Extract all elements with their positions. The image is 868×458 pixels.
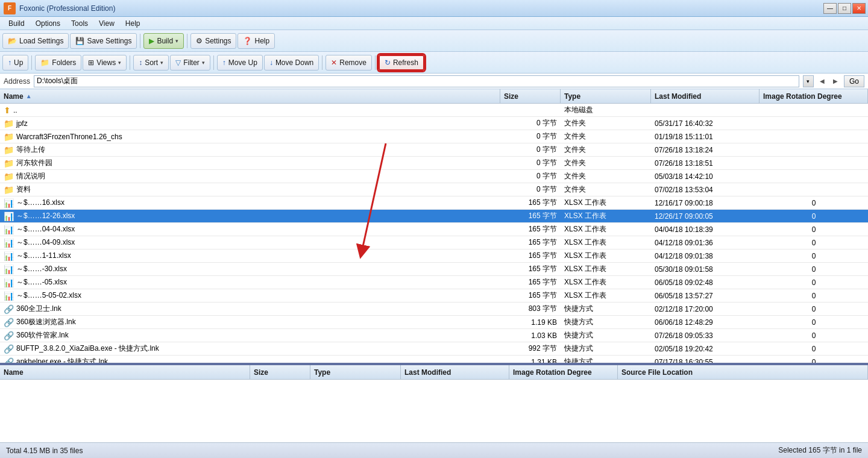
file-row[interactable]: 📊～$……04-04.xlsx165 字节XLSX 工作表04/04/18 10… xyxy=(0,223,868,236)
address-input[interactable] xyxy=(34,75,799,87)
bottom-list xyxy=(0,380,868,442)
file-cell-rotation: 0 xyxy=(760,210,868,222)
file-cell-type: XLSX 工作表 xyxy=(561,236,651,249)
minimize-button[interactable]: — xyxy=(823,3,837,14)
shortcut-icon: 🔗 xyxy=(4,318,14,327)
file-cell-modified: 04/12/18 09:01:38 xyxy=(651,249,760,262)
file-cell-type: XLSX 工作表 xyxy=(561,249,651,262)
file-row[interactable]: 📊～$……04-09.xlsx165 字节XLSX 工作表04/12/18 09… xyxy=(0,236,868,249)
bottom-panel: Name Size Type Last Modified Image Rotat… xyxy=(0,364,868,442)
file-row[interactable]: 📊～$……-05.xlsx165 字节XLSX 工作表06/05/18 09:0… xyxy=(0,276,868,289)
settings-icon: ⚙ xyxy=(196,37,203,45)
up-button[interactable]: ↑ Up xyxy=(2,55,28,71)
views-button[interactable]: ⊞ Views ▾ xyxy=(83,55,127,71)
file-cell-size: 165 字节 xyxy=(500,276,561,289)
move-up-button[interactable]: ↑ Move Up xyxy=(217,55,263,71)
file-cell-modified: 07/26/18 13:18:51 xyxy=(651,157,760,169)
folder-icon: 📁 xyxy=(4,132,14,142)
remove-icon: ✕ xyxy=(331,58,337,67)
file-row[interactable]: 📁资料0 字节文件夹07/02/18 13:53:04 xyxy=(0,183,868,196)
views-icon: ⊞ xyxy=(88,58,94,67)
excel-icon: 📊 xyxy=(4,291,14,301)
file-cell-size: 165 字节 xyxy=(500,249,561,262)
toolbar2-separator1 xyxy=(31,55,32,70)
menu-tools[interactable]: Tools xyxy=(66,18,93,29)
load-settings-button[interactable]: 📂 Load Settings xyxy=(2,33,69,49)
file-cell-name: 📊～$……04-04.xlsx xyxy=(0,223,500,236)
file-cell-modified: 04/12/18 09:01:36 xyxy=(651,236,760,249)
file-row[interactable]: 📊～$……1-11.xlsx165 字节XLSX 工作表04/12/18 09:… xyxy=(0,249,868,263)
file-cell-size: 0 字节 xyxy=(500,117,561,130)
file-row[interactable]: 📊～$……-30.xlsx165 字节XLSX 工作表05/30/18 09:0… xyxy=(0,263,868,276)
file-cell-rotation: 0 xyxy=(760,329,868,342)
build-button[interactable]: ▶ Build ▾ xyxy=(143,33,184,49)
file-cell-modified: 06/05/18 13:57:27 xyxy=(651,289,760,302)
file-cell-rotation: 0 xyxy=(760,196,868,209)
folder-icon: 📁 xyxy=(4,145,14,155)
sort-button[interactable]: ↕ Sort ▾ xyxy=(133,55,169,71)
file-row[interactable]: ⬆..本地磁盘 xyxy=(0,104,868,117)
file-row[interactable]: 📁情况说明0 字节文件夹05/03/18 14:42:10 xyxy=(0,170,868,183)
file-row[interactable]: 📁等待上传0 字节文件夹07/26/18 13:18:24 xyxy=(0,143,868,157)
shortcut-icon: 🔗 xyxy=(4,331,14,340)
filter-button[interactable]: ▽ Filter ▾ xyxy=(170,55,210,71)
address-side-left[interactable]: ◀ xyxy=(817,77,827,86)
folders-button[interactable]: 📁 Folders xyxy=(35,55,81,71)
file-row[interactable]: 📁Warcraft3FrozenThrone1.26_chs0 字节文件夹01/… xyxy=(0,130,868,143)
close-button[interactable]: ✕ xyxy=(852,3,866,14)
file-row[interactable]: 🔗360软件管家.lnk1.03 KB快捷方式07/26/18 09:05:33… xyxy=(0,329,868,342)
file-cell-type: 文件夹 xyxy=(561,130,651,143)
file-cell-type: 快捷方式 xyxy=(561,329,651,342)
move-down-button[interactable]: ↓ Move Down xyxy=(264,55,319,71)
file-cell-rotation: 0 xyxy=(760,303,868,315)
file-row[interactable]: 🔗apkhelper.exe - 快捷方式.lnk1.31 KB快捷方式07/1… xyxy=(0,356,868,363)
file-row[interactable]: 📁jpfz0 字节文件夹05/31/17 16:40:32 xyxy=(0,117,868,130)
menu-view[interactable]: View xyxy=(94,18,119,29)
file-row[interactable]: 🔗8UFTP_3.8.2.0_XiaZaiBa.exe - 快捷方式.lnk99… xyxy=(0,342,868,356)
title-bar: F Foxonic (Professional Edition) — □ ✕ xyxy=(0,0,868,17)
file-row[interactable]: 📊～$……5-05-02.xlsx165 字节XLSX 工作表06/05/18 … xyxy=(0,289,868,303)
folders-icon: 📁 xyxy=(40,58,49,67)
toolbar1-separator1 xyxy=(140,34,140,48)
go-button[interactable]: Go xyxy=(844,75,864,87)
file-cell-rotation xyxy=(760,143,868,156)
shortcut-icon: 🔗 xyxy=(4,344,14,354)
main-content: Name ▲ Size Type Last Modified Image Rot… xyxy=(0,89,868,442)
toolbar2-separator3 xyxy=(213,55,214,70)
file-cell-modified: 12/26/17 09:00:05 xyxy=(651,210,760,222)
address-dropdown[interactable]: ▾ xyxy=(803,75,814,87)
toolbar1-separator2 xyxy=(187,34,187,48)
file-row[interactable]: 📊～$……16.xlsx165 字节XLSX 工作表12/16/17 09:00… xyxy=(0,196,868,210)
help-button[interactable]: ❓ Help xyxy=(237,33,275,49)
file-row[interactable]: 🔗360全卫士.lnk803 字节快捷方式02/12/18 17:20:000 xyxy=(0,303,868,316)
file-cell-rotation xyxy=(760,183,868,196)
address-side-right[interactable]: ▶ xyxy=(831,77,840,86)
file-cell-rotation: 0 xyxy=(760,276,868,289)
col-type: Type xyxy=(561,89,651,103)
file-row[interactable]: 🔗360极速浏览器.lnk1.19 KB快捷方式06/06/18 12:48:2… xyxy=(0,316,868,329)
save-settings-button[interactable]: 💾 Save Settings xyxy=(70,33,137,49)
menu-help[interactable]: Help xyxy=(121,18,145,29)
file-cell-name: 📊～$……5-05-02.xlsx xyxy=(0,289,500,302)
file-cell-modified: 07/26/18 09:05:33 xyxy=(651,329,760,342)
refresh-button[interactable]: ↻ Refresh xyxy=(379,55,424,71)
folder-up-icon: ⬆ xyxy=(4,105,11,115)
maximize-button[interactable]: □ xyxy=(838,3,851,14)
menu-build[interactable]: Build xyxy=(4,18,30,29)
excel-icon: 📊 xyxy=(4,198,14,208)
file-row[interactable]: 📁河东软件园0 字节文件夹07/26/18 13:18:51 xyxy=(0,157,868,170)
excel-icon: 📊 xyxy=(4,251,14,261)
file-cell-size: 1.31 KB xyxy=(500,356,561,363)
file-list: ⬆..本地磁盘📁jpfz0 字节文件夹05/31/17 16:40:32📁War… xyxy=(0,104,868,363)
file-row[interactable]: 📊～$……12-26.xlsx165 字节XLSX 工作表12/26/17 09… xyxy=(0,210,868,223)
file-cell-type: XLSX 工作表 xyxy=(561,196,651,209)
remove-button[interactable]: ✕ Remove xyxy=(326,55,372,71)
views-arrow: ▾ xyxy=(118,60,121,66)
file-cell-name: 🔗360软件管家.lnk xyxy=(0,329,500,342)
file-cell-size: 0 字节 xyxy=(500,157,561,169)
file-cell-name: 📁Warcraft3FrozenThrone1.26_chs xyxy=(0,130,500,143)
menu-options[interactable]: Options xyxy=(31,18,65,29)
settings-button[interactable]: ⚙ Settings xyxy=(190,33,236,49)
file-cell-modified: 06/06/18 12:48:29 xyxy=(651,316,760,328)
file-cell-modified: 01/19/18 15:11:01 xyxy=(651,130,760,143)
